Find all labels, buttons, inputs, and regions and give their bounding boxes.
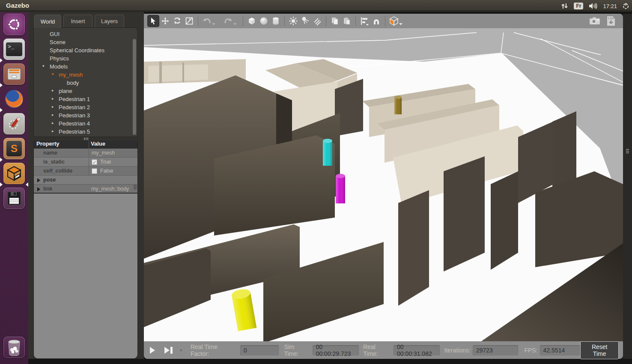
launcher-item-sublime-text[interactable]: S bbox=[3, 138, 25, 159]
redo-button[interactable] bbox=[222, 15, 234, 27]
view-angle-dropdown[interactable] bbox=[399, 23, 402, 25]
camera-icon bbox=[589, 17, 600, 25]
tree-item-pedestrian-5[interactable]: ▸ Pedestrian 5 bbox=[34, 128, 137, 136]
tree-item-pedestrian-1[interactable]: ▸ Pedestrian 1 bbox=[34, 95, 137, 103]
expander-icon[interactable]: ▸ bbox=[52, 104, 54, 109]
tree-item-scene[interactable]: Scene bbox=[34, 38, 137, 46]
launcher-item-floppy-backup[interactable] bbox=[3, 188, 25, 209]
render-viewport[interactable] bbox=[144, 28, 623, 341]
launcher-item-trash[interactable] bbox=[3, 337, 25, 358]
tree-item-body[interactable]: body bbox=[34, 79, 137, 87]
undo-button[interactable] bbox=[201, 15, 213, 27]
data-logger-button[interactable]: LOG bbox=[605, 15, 617, 27]
spot-light-icon bbox=[301, 16, 310, 26]
checkbox-unchecked[interactable] bbox=[92, 168, 97, 174]
directional-light-button[interactable] bbox=[311, 15, 323, 27]
expander-icon[interactable]: ▸ bbox=[52, 88, 54, 92]
tree-item-my-mesh[interactable]: ▾ my_mesh bbox=[34, 71, 137, 79]
property-row-self-collide[interactable]: self_collide False bbox=[34, 167, 137, 176]
play-button[interactable] bbox=[150, 347, 155, 354]
window-bottom-edge bbox=[28, 359, 632, 364]
insert-cylinder-button[interactable] bbox=[270, 15, 282, 27]
view-angle-button[interactable] bbox=[388, 15, 400, 27]
property-row-pose[interactable]: pose bbox=[34, 176, 137, 185]
redo-history-dropdown[interactable] bbox=[233, 23, 237, 25]
firefox-icon bbox=[4, 89, 24, 109]
volume-icon[interactable] bbox=[588, 3, 598, 9]
gazebo-cube-icon bbox=[6, 165, 22, 182]
move-icon bbox=[161, 17, 170, 25]
sphere-icon bbox=[259, 16, 268, 26]
tree-item-gui[interactable]: GUI bbox=[34, 30, 137, 38]
tab-world[interactable]: World bbox=[34, 15, 61, 28]
magnet-icon bbox=[372, 16, 381, 26]
tree-item-pedestrian-2[interactable]: ▸ Pedestrian 2 bbox=[34, 103, 137, 111]
panel-splitter[interactable] bbox=[33, 137, 138, 140]
point-light-button[interactable] bbox=[287, 15, 299, 27]
expander-icon[interactable] bbox=[37, 187, 40, 191]
statusbar-splitter[interactable] bbox=[180, 349, 182, 351]
rotate-tool-button[interactable] bbox=[171, 15, 183, 27]
svg-text:LOG: LOG bbox=[608, 17, 615, 20]
expander-icon[interactable]: ▾ bbox=[42, 64, 45, 68]
gear-wrench-icon bbox=[6, 116, 22, 132]
tree-item-pedestrian-3[interactable]: ▸ Pedestrian 3 bbox=[34, 111, 137, 119]
snap-button[interactable] bbox=[370, 15, 382, 27]
tree-item-plane[interactable]: ▸ plane bbox=[34, 87, 137, 95]
expander-icon[interactable]: ▸ bbox=[52, 113, 54, 117]
real-time-factor-label: Real Time Factor: bbox=[191, 343, 237, 357]
tab-insert[interactable]: Insert bbox=[63, 15, 92, 27]
tree-item-spherical-coordinates[interactable]: Spherical Coordinates bbox=[34, 46, 137, 54]
clock[interactable]: 17:21 bbox=[603, 3, 617, 9]
property-row-link[interactable]: link my_mesh::body bbox=[34, 185, 137, 194]
checkbox-checked[interactable]: ✓ bbox=[92, 159, 97, 165]
align-icon bbox=[360, 16, 369, 26]
swap-arrows-icon[interactable] bbox=[561, 3, 569, 9]
expander-icon[interactable] bbox=[37, 178, 40, 182]
tree-item-models[interactable]: ▾ Models bbox=[34, 63, 137, 71]
simulation-statusbar: Real Time Factor: 0 Sim Time: 00 00:00:2… bbox=[144, 341, 623, 359]
property-row-name[interactable]: name my_mesh bbox=[34, 149, 137, 158]
launcher-item-system-settings[interactable] bbox=[3, 113, 25, 134]
tab-layers[interactable]: Layers bbox=[95, 15, 124, 27]
expander-icon[interactable]: ▸ bbox=[52, 121, 54, 125]
expander-icon[interactable]: ▸ bbox=[52, 129, 54, 133]
launcher-item-ubuntu-dash[interactable] bbox=[3, 14, 25, 35]
spot-light-button[interactable] bbox=[299, 15, 311, 27]
keyboard-layout-indicator[interactable]: Fr bbox=[574, 3, 583, 9]
session-gear-icon[interactable] bbox=[622, 3, 629, 10]
expander-icon[interactable]: ▸ bbox=[52, 96, 54, 101]
insert-box-button[interactable] bbox=[246, 15, 258, 27]
fps-label: FPS: bbox=[524, 347, 537, 354]
launcher-item-firefox[interactable] bbox=[3, 88, 25, 110]
cylinder-icon bbox=[271, 16, 280, 26]
undo-history-dropdown[interactable] bbox=[212, 23, 215, 25]
iterations-value: 29723 bbox=[473, 345, 519, 355]
reset-time-button[interactable]: Reset Time bbox=[580, 341, 619, 359]
tree-item-physics[interactable]: Physics bbox=[34, 54, 137, 63]
property-scrollbar-grip[interactable] bbox=[134, 185, 137, 189]
launcher-item-terminal[interactable]: >_ bbox=[3, 39, 25, 60]
real-time-value: 00 00:00:31.082 bbox=[394, 345, 440, 355]
scale-tool-button[interactable] bbox=[183, 15, 195, 27]
undo-arrow-icon bbox=[202, 17, 212, 25]
tree-scrollbar[interactable] bbox=[133, 39, 136, 135]
property-row-is-static[interactable]: is_static ✓ True bbox=[34, 158, 137, 167]
align-button[interactable] bbox=[358, 15, 370, 27]
fps-value: 42.5514 bbox=[540, 345, 581, 355]
paste-button[interactable] bbox=[341, 15, 353, 27]
launcher-item-file-manager[interactable] bbox=[3, 63, 25, 85]
launcher-item-gazebo[interactable] bbox=[3, 163, 25, 184]
cylinder-cyan bbox=[323, 139, 332, 166]
unity-launcher: >_ S bbox=[0, 12, 28, 364]
translate-tool-button[interactable] bbox=[159, 15, 171, 27]
screenshot-button[interactable] bbox=[589, 15, 601, 27]
step-button[interactable] bbox=[164, 347, 173, 354]
top-bar: Gazebo Fr 17:21 bbox=[0, 0, 632, 12]
tree-item-pedestrian-4[interactable]: ▸ Pedestrian 4 bbox=[34, 119, 137, 128]
select-tool-button[interactable] bbox=[147, 15, 159, 27]
expander-icon[interactable]: ▾ bbox=[52, 72, 54, 76]
right-panel-splitter[interactable] bbox=[623, 14, 632, 359]
copy-button[interactable] bbox=[329, 15, 341, 27]
insert-sphere-button[interactable] bbox=[258, 15, 270, 27]
